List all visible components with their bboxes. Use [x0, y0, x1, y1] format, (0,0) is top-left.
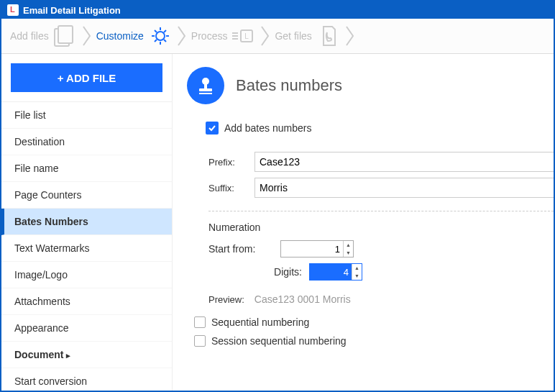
main-panel: Bates numbers Add bates numbers Prefix: …	[173, 54, 554, 392]
digits-spinner[interactable]: ▲ ▼	[309, 263, 362, 281]
chevron-icon	[82, 25, 92, 47]
gear-icon	[147, 23, 174, 49]
digits-label: Digits:	[230, 266, 302, 278]
sidebar-item-document[interactable]: Document	[1, 342, 172, 368]
form-area: Add bates numbers Prefix: Suffix: Numera…	[187, 122, 554, 347]
svg-rect-7	[199, 88, 212, 91]
session-sequential-row: Session sequential numbering	[194, 335, 554, 347]
step-bar: Add files Customize Process L Get files	[1, 19, 554, 54]
window-title: Email Detail Litigation	[23, 5, 121, 16]
preview-row: Preview: Case123 0001 Morris	[208, 293, 554, 305]
add-bates-row: Add bates numbers	[206, 122, 554, 135]
svg-rect-1	[58, 26, 73, 43]
pdf-icon	[315, 23, 342, 49]
main-header: Bates numbers	[187, 67, 554, 104]
numeration-title: Numeration	[208, 222, 554, 233]
title-bar: Email Detail Litigation	[1, 1, 554, 19]
app-window: Email Detail Litigation Add files Custom…	[0, 0, 555, 392]
suffix-row: Suffix:	[208, 178, 554, 198]
svg-point-2	[156, 32, 165, 40]
sidebar-item-file-name[interactable]: File name	[1, 155, 172, 182]
app-logo-icon	[7, 4, 19, 16]
svg-rect-6	[204, 83, 207, 89]
session-sequential-label: Session sequential numbering	[211, 335, 347, 347]
start-from-label: Start from:	[208, 243, 280, 255]
stamp-icon	[187, 67, 224, 104]
sidebar: + ADD FILE File list Destination File na…	[1, 54, 173, 392]
add-bates-checkbox[interactable]	[206, 122, 219, 135]
svg-rect-8	[199, 93, 212, 94]
sidebar-item-appearance[interactable]: Appearance	[1, 315, 172, 342]
add-files-icon	[52, 23, 79, 49]
sidebar-item-destination[interactable]: Destination	[1, 129, 172, 155]
prefix-row: Prefix:	[208, 152, 554, 172]
divider	[208, 211, 554, 211]
sidebar-item-file-list[interactable]: File list	[1, 102, 172, 129]
sidebar-list: File list Destination File name Page Cou…	[1, 101, 172, 392]
spinner-arrows: ▲ ▼	[343, 241, 353, 257]
start-from-input[interactable]	[281, 241, 343, 257]
digits-row: Digits: ▲ ▼	[230, 263, 554, 281]
session-sequential-checkbox[interactable]	[194, 335, 206, 347]
add-file-button[interactable]: + ADD FILE	[11, 63, 162, 92]
sequential-label: Sequential numbering	[211, 316, 309, 328]
sidebar-item-start-conversion[interactable]: Start conversion	[1, 368, 172, 392]
preview-label: Preview:	[208, 294, 244, 305]
add-bates-label: Add bates numbers	[224, 122, 311, 134]
page-title: Bates numbers	[236, 76, 342, 95]
suffix-input[interactable]	[254, 178, 554, 198]
chevron-icon	[260, 25, 270, 47]
step-customize[interactable]: Customize	[96, 23, 175, 49]
step-get-files[interactable]: Get files	[275, 23, 343, 49]
body: + ADD FILE File list Destination File na…	[1, 54, 554, 392]
sidebar-item-image-logo[interactable]: Image/Logo	[1, 262, 172, 288]
spinner-up-icon[interactable]: ▲	[344, 241, 353, 249]
step-label: Process	[191, 30, 228, 42]
digits-input[interactable]	[310, 264, 352, 280]
spinner-arrows: ▲ ▼	[352, 264, 362, 280]
spinner-down-icon[interactable]: ▼	[352, 272, 362, 280]
start-from-spinner[interactable]: ▲ ▼	[280, 240, 354, 257]
step-label: Get files	[275, 30, 311, 42]
sidebar-item-bates-numbers[interactable]: Bates Numbers	[1, 209, 172, 235]
start-from-row: Start from: ▲ ▼	[208, 240, 554, 257]
sequential-checkbox[interactable]	[194, 316, 206, 328]
step-label: Customize	[96, 30, 144, 42]
sidebar-item-text-watermarks[interactable]: Text Watermarks	[1, 235, 172, 262]
prefix-input[interactable]	[254, 152, 554, 172]
chevron-icon	[345, 25, 355, 47]
step-add-files[interactable]: Add files	[10, 23, 81, 49]
step-label: Add files	[10, 30, 49, 42]
suffix-label: Suffix:	[208, 183, 252, 193]
sidebar-item-attachments[interactable]: Attachments	[1, 288, 172, 315]
prefix-label: Prefix:	[208, 157, 252, 168]
spinner-up-icon[interactable]: ▲	[352, 264, 362, 272]
sidebar-item-page-counters[interactable]: Page Counters	[1, 182, 172, 209]
spinner-down-icon[interactable]: ▼	[344, 249, 353, 257]
chevron-icon	[177, 25, 187, 47]
svg-text:L: L	[245, 32, 249, 40]
sequential-row: Sequential numbering	[194, 316, 554, 328]
preview-value: Case123 0001 Morris	[254, 293, 351, 305]
step-process[interactable]: Process L	[191, 23, 260, 49]
process-icon: L	[230, 23, 257, 49]
